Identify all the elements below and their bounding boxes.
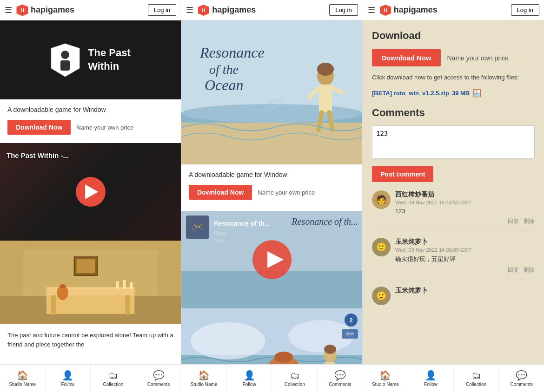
left-download-button[interactable]: Download Now <box>7 120 71 135</box>
left-game-text: The past and future cannot be explored a… <box>0 324 181 355</box>
mid-game-info: A downloadable game for Window Download … <box>181 164 362 211</box>
comments-icon-2: 💬 <box>334 370 346 381</box>
file-name: [BETA] roto_win_v1.2.5.zip <box>372 90 449 97</box>
svg-point-55 <box>274 352 293 363</box>
nav-follow-2[interactable]: 👤 Follow <box>227 365 272 392</box>
svg-rect-13 <box>77 259 95 273</box>
nav-label-comments-3: Comments <box>511 382 533 387</box>
mid-screenshot-svg: 2 Shift <box>181 308 363 364</box>
nav-comments-1[interactable]: 💬 Comments <box>136 365 181 392</box>
comment-time-1: Wed, 09 Nov 2022 15:44:53 GMT <box>395 200 535 205</box>
comment-item-2: 🙂 玉米炖萝卜 Wed, 09 Nov 2022 14:35:09 GMT 确实… <box>372 238 535 279</box>
collection-icon-1: 🗂 <box>108 370 118 381</box>
hamburger-menu-1[interactable]: ☰ <box>5 5 12 15</box>
mid-video-thumbnail[interactable]: Resonance of th... 🎮 Resonance of th... … <box>181 211 362 308</box>
nav-label-collection-1: Collection <box>103 382 123 387</box>
bottom-nav-panel-2: 🏠 Studio Name 👤 Follow 🗂 Collection 💬 Co… <box>181 365 363 392</box>
left-video-play-overlay <box>76 177 106 207</box>
svg-line-36 <box>329 112 332 130</box>
header-panel-1: ☰ H hapigames Log in <box>0 0 181 20</box>
logo-icon-1: H <box>16 4 29 17</box>
right-download-btn-row: Download Now Name your own price <box>372 49 535 66</box>
logo-text-2: hapigames <box>212 5 256 15</box>
svg-point-31 <box>317 63 334 76</box>
logo-icon-2: H <box>197 4 210 17</box>
svg-text:🎮: 🎮 <box>192 221 205 233</box>
header-panel-2: ☰ H hapigames Log in <box>181 0 363 20</box>
comment-text-2: 确实很好玩，五星好评 <box>395 255 535 263</box>
login-button-3[interactable]: Log in <box>511 4 539 16</box>
nav-studio-name-2[interactable]: 🏠 Studio Name <box>181 365 227 392</box>
comment-body-2: 玉米炖萝卜 Wed, 09 Nov 2022 14:35:09 GMT 确实很好… <box>395 238 535 274</box>
hamburger-menu-2[interactable]: ☰ <box>186 5 193 15</box>
mid-name-price: Name your own price <box>258 189 315 196</box>
nav-studio-name-3[interactable]: 🏠 Studio Name <box>363 365 409 392</box>
file-size: 39 MB <box>452 90 470 97</box>
nav-comments-3[interactable]: 💬 Comments <box>499 365 544 392</box>
svg-text:Reso: Reso <box>214 230 226 236</box>
main-content: The Past Within A downloadable game for … <box>0 20 544 364</box>
nav-collection-2[interactable]: 🗂 Collection <box>272 365 318 392</box>
bottom-nav-panel-3: 🏠 Studio Name 👤 Follow 🗂 Collection 💬 Co… <box>363 365 544 392</box>
comment-input[interactable]: 123 <box>372 125 535 159</box>
right-name-price: Name your own price <box>447 54 509 62</box>
mid-download-button[interactable]: Download Now <box>189 185 252 200</box>
login-button-2[interactable]: Log in <box>329 4 358 16</box>
download-heading: Download <box>372 30 535 42</box>
nav-follow-3[interactable]: 👤 Follow <box>408 365 454 392</box>
right-download-button[interactable]: Download Now <box>372 49 441 66</box>
svg-point-7 <box>61 51 69 59</box>
home-icon-2: 🏠 <box>198 370 210 381</box>
comments-icon-3: 💬 <box>516 370 527 381</box>
mid-screenshot: 2 Shift <box>181 308 362 364</box>
comment-delete-1[interactable]: 删除 <box>524 217 535 225</box>
comment-delete-2[interactable]: 删除 <box>524 266 535 274</box>
nav-label-collection-2: Collection <box>285 382 305 387</box>
nav-collection-1[interactable]: 🗂 Collection <box>91 365 136 392</box>
comment-reply-1[interactable]: 回复 <box>508 217 519 225</box>
comment-author-3: 玉米炖萝卜 <box>395 287 535 295</box>
left-play-button[interactable] <box>76 177 106 207</box>
game-title: The Past Within <box>88 46 131 73</box>
nav-label-collection-3: Collection <box>466 382 486 387</box>
post-comment-button[interactable]: Post comment <box>372 166 433 182</box>
comment-reply-2[interactable]: 回复 <box>508 266 519 274</box>
svg-point-52 <box>191 322 265 359</box>
mid-btn-row: Download Now Name your own price <box>189 185 355 200</box>
comments-icon-1: 💬 <box>153 370 165 381</box>
nav-label-follow-2: Follow <box>243 382 256 387</box>
resonance-header-art: Resonance of the Ocean <box>181 20 362 164</box>
svg-rect-21 <box>123 280 126 289</box>
resonance-art-svg: Resonance of the Ocean <box>181 20 362 164</box>
svg-text:H: H <box>202 8 206 13</box>
svg-marker-6 <box>51 44 80 77</box>
game-title-line2: Within <box>88 60 131 73</box>
nav-studio-name-1[interactable]: 🏠 Studio Name <box>0 365 46 392</box>
comment-item-3: 🙂 玉米炖萝卜 <box>372 287 535 310</box>
nav-collection-3[interactable]: 🗂 Collection <box>454 365 499 392</box>
svg-point-19 <box>60 284 66 288</box>
person-icon-2: 👤 <box>244 370 255 381</box>
nav-comments-2[interactable]: 💬 Comments <box>318 365 363 392</box>
svg-rect-16 <box>51 295 56 315</box>
bottom-nav: 🏠 Studio Name 👤 Follow 🗂 Collection 💬 Co… <box>0 364 544 392</box>
left-video-thumbnail[interactable]: The Past Within -... <box>0 143 181 241</box>
svg-point-58 <box>324 345 336 354</box>
windows-icon: 🪟 <box>472 89 482 98</box>
nav-label-follow-1: Follow <box>61 382 74 387</box>
hamburger-menu-3[interactable]: ☰ <box>368 5 375 15</box>
logo-2: H hapigames <box>197 4 329 17</box>
svg-text:Resonance: Resonance <box>199 44 265 61</box>
mid-game-desc: A downloadable game for Window <box>189 171 355 178</box>
comment-avatar-3: 🙂 <box>372 287 391 305</box>
nav-label-studio-1: Studio Name <box>9 382 36 387</box>
login-button-1[interactable]: Log in <box>148 4 176 16</box>
nav-follow-1[interactable]: 👤 Follow <box>46 365 91 392</box>
file-download-link[interactable]: [BETA] roto_win_v1.2.5.zip 39 MB 🪟 <box>372 89 535 98</box>
nav-label-follow-3: Follow <box>424 382 438 387</box>
svg-text:Resonance of th...: Resonance of th... <box>291 216 358 227</box>
logo-text-1: hapigames <box>31 5 74 15</box>
svg-rect-20 <box>116 281 119 289</box>
svg-text:of the: of the <box>209 62 239 77</box>
nav-label-comments-2: Comments <box>329 382 351 387</box>
